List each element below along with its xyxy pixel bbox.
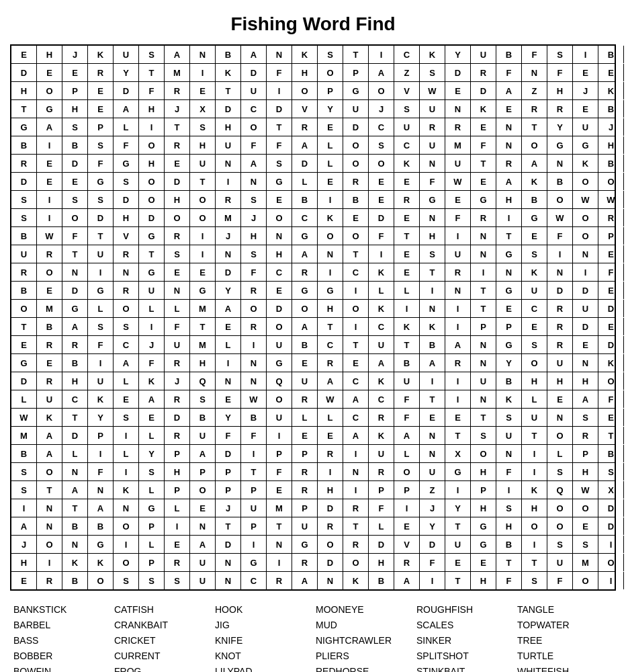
grid-cell: L <box>114 372 139 390</box>
grid-cell: H <box>598 136 624 154</box>
grid-cell: N <box>318 245 343 263</box>
grid-cell: P <box>216 463 241 480</box>
grid-row: BIBSFORHUFFALOSCUMFNOGGHOSHTENMILEHUNT <box>11 136 615 155</box>
grid-cell: D <box>114 191 139 208</box>
grid-cell: B <box>190 409 216 426</box>
grid-cell: K <box>522 481 547 499</box>
grid-cell: I <box>471 263 496 281</box>
grid-cell: O <box>37 82 62 99</box>
grid-cell: I <box>37 209 62 226</box>
grid-cell: G <box>139 227 165 245</box>
grid-cell: G <box>292 282 318 299</box>
grid-cell: L <box>139 536 165 553</box>
grid-cell: W <box>37 227 62 245</box>
grid-cell: I <box>267 82 292 99</box>
grid-cell: M <box>190 300 216 317</box>
grid-cell: R <box>318 354 343 372</box>
grid-cell: R <box>37 372 62 390</box>
grid-cell: J <box>216 227 241 245</box>
grid-cell: J <box>216 499 241 517</box>
grid-cell: D <box>62 155 88 172</box>
grid-cell: S <box>165 572 190 589</box>
grid-cell: F <box>88 463 114 480</box>
grid-cell: N <box>547 409 573 426</box>
grid-cell: R <box>318 517 343 535</box>
word-item: STINKBAIT <box>416 665 512 672</box>
grid-cell: O <box>114 300 139 317</box>
grid-cell: U <box>190 572 216 589</box>
grid-cell: I <box>343 445 369 462</box>
grid-cell: E <box>37 64 62 81</box>
grid-cell: T <box>445 572 471 589</box>
grid-cell: R <box>547 300 573 317</box>
grid-cell: G <box>88 173 114 190</box>
grid-cell: U <box>190 155 216 172</box>
grid-cell: R <box>292 554 318 571</box>
grid-row: BEDGRUNGYREGGILLINTGUDDERIBJIGOOPREDGU <box>11 282 615 300</box>
grid-cell: H <box>496 191 522 208</box>
grid-cell: R <box>37 336 62 353</box>
grid-cell: K <box>88 390 114 408</box>
grid-cell: I <box>88 445 114 462</box>
grid-cell: R <box>37 572 62 589</box>
grid-cell: B <box>241 409 267 426</box>
grid-row: WKTYSEDBYBULLCRFEETSUNSETEREAPTILWEERI <box>11 409 615 427</box>
grid-cell: O <box>598 173 624 190</box>
grid-cell: P <box>598 227 624 245</box>
grid-cell: I <box>241 336 267 353</box>
grid-cell: E <box>573 64 598 81</box>
word-item: SCALES <box>416 618 512 632</box>
grid-cell: H <box>139 100 165 118</box>
grid-cell: T <box>62 409 88 426</box>
grid-cell: F <box>139 354 165 372</box>
grid-cell: U <box>420 136 445 154</box>
grid-cell: E <box>318 427 343 444</box>
grid-cell: U <box>267 336 292 353</box>
grid-cell: E <box>37 173 62 190</box>
grid-cell: L <box>165 499 190 517</box>
grid-cell: T <box>190 173 216 190</box>
grid-row: JONGILEADINGORDVDUGBISSINKERFRIGKNURFO <box>11 536 615 554</box>
grid-cell: R <box>11 155 37 172</box>
grid-cell: V <box>114 227 139 245</box>
grid-cell: E <box>88 82 114 99</box>
grid-cell: S <box>165 245 190 263</box>
grid-cell: I <box>369 46 394 63</box>
grid-cell: D <box>216 263 241 281</box>
grid-row: INTANGLEJUMPDRFIJYHSHOODREBOMMUDSERTIC <box>11 499 615 517</box>
grid-cell: P <box>292 445 318 462</box>
grid-cell: E <box>88 100 114 118</box>
grid-cell: V <box>394 82 420 99</box>
grid-cell: N <box>496 445 522 462</box>
grid-cell: D <box>139 209 165 226</box>
grid-cell: U <box>471 46 496 63</box>
grid-cell: O <box>165 209 190 226</box>
grid-cell: K <box>62 554 88 571</box>
grid-cell: O <box>267 318 292 335</box>
grid-cell: A <box>394 427 420 444</box>
grid-cell: E <box>445 82 471 99</box>
grid-cell: N <box>37 517 62 535</box>
grid-cell: A <box>420 354 445 372</box>
grid-cell: O <box>573 572 598 589</box>
grid-cell: O <box>292 300 318 317</box>
grid-cell: D <box>165 409 190 426</box>
grid-cell: P <box>139 554 165 571</box>
grid-cell: Y <box>114 64 139 81</box>
grid-cell: F <box>88 155 114 172</box>
grid-cell: O <box>139 173 165 190</box>
grid-cell: E <box>37 155 62 172</box>
grid-cell: K <box>369 300 394 317</box>
grid-row: DRHULKJQNNQUACKUIIUBHHHOOKYJSOYHVORACIBO <box>11 372 615 390</box>
grid-cell: E <box>165 263 190 281</box>
grid-cell: N <box>420 445 445 462</box>
grid-cell: D <box>11 372 37 390</box>
grid-cell: I <box>139 318 165 335</box>
grid-cell: R <box>165 427 190 444</box>
grid-cell: S <box>573 536 598 553</box>
grid-cell: G <box>267 173 292 190</box>
grid-cell: D <box>292 155 318 172</box>
grid-cell: S <box>471 427 496 444</box>
grid-cell: A <box>394 572 420 589</box>
grid-cell: L <box>139 427 165 444</box>
